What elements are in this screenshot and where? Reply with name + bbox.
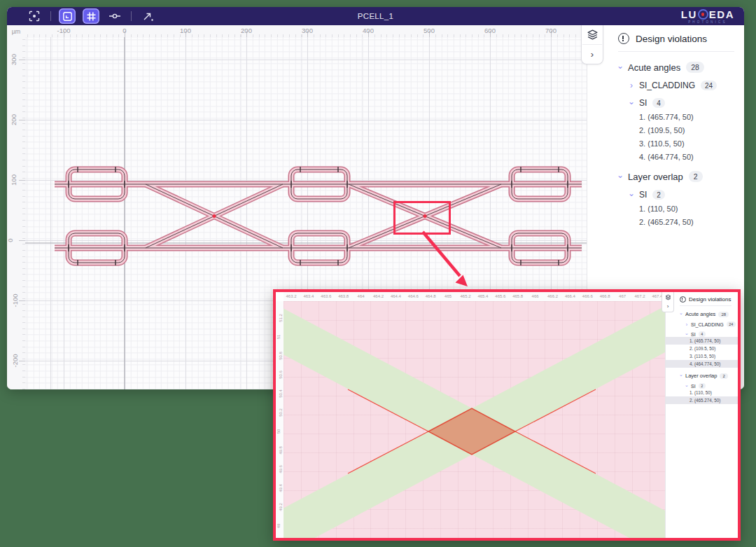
collapse-panel-button[interactable]: ›	[582, 44, 602, 64]
ruler-label: 50.8	[279, 352, 283, 360]
chevron-down-icon[interactable]	[678, 312, 684, 317]
violation-item[interactable]: 1. (110, 50)	[639, 205, 744, 213]
violation-item-label: 4. (464.774, 50)	[639, 153, 694, 161]
violation-count-badge: 2	[720, 373, 727, 379]
ruler-label: 600	[484, 27, 496, 34]
ruler-label: 400	[363, 27, 374, 34]
violation-item[interactable]: 2. (465.274, 50)	[639, 218, 744, 226]
violation-item[interactable]: 4. (464.774, 50)	[639, 153, 744, 161]
chevron-down-icon[interactable]	[615, 63, 625, 71]
violation-group-label: Acute angles	[685, 311, 715, 317]
chevron-down-icon[interactable]	[626, 191, 636, 199]
ruler-label: 463.8	[338, 294, 349, 298]
ruler-label: 50.4	[279, 389, 283, 398]
fit-view-icon[interactable]	[26, 8, 43, 24]
violation-item-label: 1. (465.774, 50)	[639, 113, 694, 121]
violation-layer-row[interactable]: SI2	[684, 383, 738, 389]
inset-canvas[interactable]	[284, 301, 665, 538]
brand-c-icon	[698, 9, 708, 20]
chevron-down-icon[interactable]	[684, 384, 690, 389]
ruler-label: 466.6	[582, 294, 593, 298]
violation-count-badge: 4	[652, 98, 665, 108]
brand-logo: LUCEDALUEDA PHOTONICS	[681, 9, 734, 24]
violation-count-badge: 2	[699, 383, 706, 389]
ruler-label: 465.6	[495, 294, 505, 298]
violation-item[interactable]: 2. (109.5, 50)	[666, 345, 738, 352]
chevron-down-icon[interactable]	[615, 172, 625, 181]
layers-icon[interactable]	[663, 292, 673, 302]
layers-icon[interactable]	[582, 25, 602, 44]
ruler-label: 464	[358, 294, 365, 298]
violation-layer-row[interactable]: SI_CLADDING24	[684, 321, 738, 327]
violation-layer-row[interactable]: SI_CLADDING24	[626, 81, 744, 90]
violation-count-badge: 2	[652, 190, 665, 200]
violation-count-badge: 24	[727, 321, 736, 327]
waveguides	[55, 169, 582, 263]
violation-layer-row[interactable]: SI2	[626, 190, 744, 200]
violation-group-row[interactable]: Acute angles28	[615, 62, 744, 73]
chevron-down-icon[interactable]	[684, 332, 690, 337]
violation-item[interactable]: 3. (110.5, 50)	[639, 139, 744, 148]
chevron-right-icon: ›	[591, 50, 594, 59]
violation-count-badge: 4	[699, 331, 706, 337]
violation-layer-row[interactable]: SI4	[626, 98, 744, 108]
toolbar: PCELL_1 LUCEDALUEDA PHOTONICS	[7, 7, 744, 25]
port-icon[interactable]	[106, 8, 123, 24]
left-ruler-labels: 3002001000-100-200	[7, 37, 26, 389]
violation-item[interactable]: 2. (109.5, 50)	[639, 126, 744, 134]
violation-item[interactable]: 4. (464.774, 50)	[666, 360, 738, 368]
violation-item-label: 2. (109.5, 50)	[639, 126, 685, 134]
warning-circle-icon	[680, 296, 686, 303]
inset-sidebar-tab: ›	[662, 292, 674, 312]
export-instance-icon[interactable]	[139, 8, 156, 24]
violation-layer-row[interactable]: SI4	[684, 331, 738, 337]
zoom-inset-window: 463.2463.4463.6463.8464464.2464.4464.646…	[273, 289, 741, 541]
inset-top-ruler: 463.2463.4463.6463.8464464.2464.4464.646…	[284, 292, 665, 302]
ruler-label: -200	[11, 354, 19, 367]
ruler-label: 465.8	[512, 294, 523, 298]
ruler-label: 100	[180, 27, 191, 34]
violation-item[interactable]: 3. (110.5, 50)	[666, 352, 738, 360]
chevron-right-icon[interactable]	[626, 81, 636, 90]
violation-layer-label: SI	[639, 98, 647, 108]
violation-group-label: Layer overlap	[628, 172, 683, 182]
page: { "window": { "title": "PCELL_1", "brand…	[0, 0, 756, 547]
violation-item-label: 2. (109.5, 50)	[690, 346, 715, 351]
grid-icon[interactable]	[83, 8, 99, 24]
divider	[680, 305, 732, 306]
violation-item[interactable]: 1. (465.774, 50)	[639, 113, 744, 121]
inset-violations-sidebar: › Design violations Acute angles28SI_CLA…	[665, 292, 738, 538]
violation-item[interactable]: 1. (110, 50)	[666, 389, 738, 396]
chevron-down-icon[interactable]	[678, 373, 684, 378]
ruler-unit: µm	[7, 25, 26, 38]
ruler-label: 300	[10, 54, 18, 65]
layout-corner-icon[interactable]	[59, 8, 76, 24]
violation-item[interactable]: 1. (465.774, 50)	[666, 337, 738, 345]
violation-layer-label: SI	[691, 332, 696, 337]
violation-item-label: 3. (110.5, 50)	[639, 139, 685, 148]
violations-header: Design violations	[680, 296, 738, 303]
ruler-label: 50.2	[279, 408, 283, 417]
ruler-label: 49.2	[279, 503, 283, 511]
collapse-panel-button[interactable]: ›	[663, 302, 673, 312]
violation-item[interactable]: 2. (465.274, 50)	[666, 396, 738, 404]
ruler-label: 466.8	[600, 294, 610, 298]
violation-count-badge: 24	[701, 81, 717, 90]
ruler-label: 300	[302, 27, 313, 34]
violation-item-label: 1. (110, 50)	[639, 205, 678, 213]
chevron-right-icon[interactable]	[684, 322, 690, 327]
violation-item-label: 1. (465.774, 50)	[690, 338, 720, 343]
violation-count-badge: 28	[686, 62, 704, 73]
violation-group-row[interactable]: Layer overlap2	[678, 373, 738, 379]
ruler-label: 50.6	[279, 371, 283, 379]
violations-tree: Acute angles28SI_CLADDING24SI41. (465.77…	[587, 62, 744, 226]
inset-violations-tree: Acute angles28SI_CLADDING24SI41. (465.77…	[666, 311, 738, 404]
toolbar-separator	[131, 11, 132, 21]
violation-group-row[interactable]: Layer overlap2	[615, 171, 744, 182]
chevron-down-icon[interactable]	[626, 99, 636, 107]
violation-group-row[interactable]: Acute angles28	[678, 311, 738, 317]
violation-item-label: 2. (465.274, 50)	[690, 398, 720, 403]
ruler-label: 50	[276, 429, 281, 434]
ruler-label: 466	[532, 294, 539, 298]
violation-item-label: 3. (110.5, 50)	[690, 354, 715, 359]
